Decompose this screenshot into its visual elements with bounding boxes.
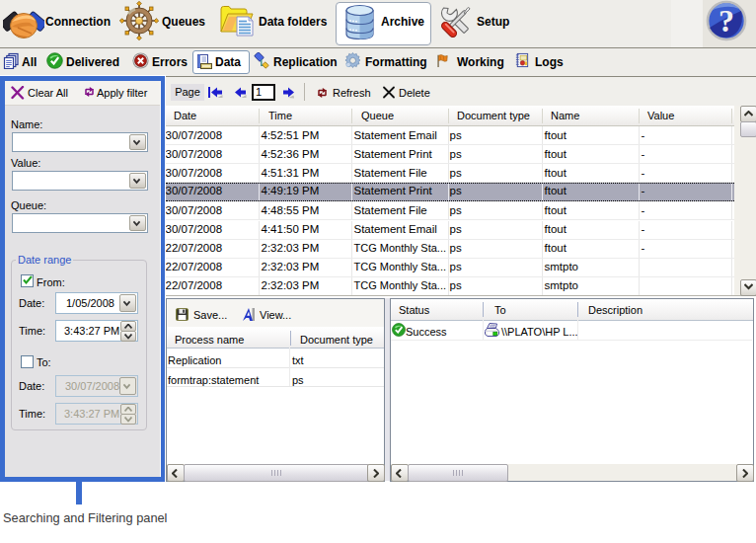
svg-text:?: ?	[718, 3, 734, 39]
